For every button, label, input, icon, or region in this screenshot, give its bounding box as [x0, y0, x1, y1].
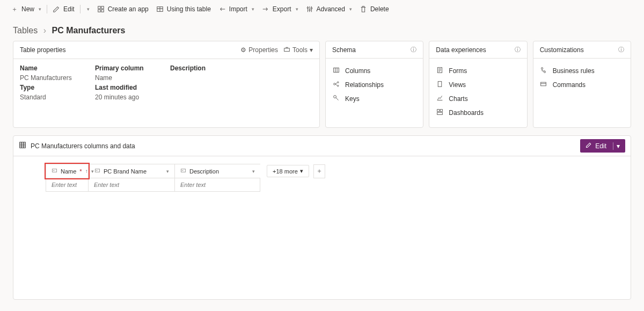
using-table-button[interactable]: Using this table: [153, 3, 214, 15]
description-input[interactable]: [175, 178, 260, 191]
more-columns-button[interactable]: +18 more ▾: [267, 165, 309, 177]
properties-button[interactable]: ⚙ Properties: [240, 46, 278, 54]
toolbox-icon: [283, 46, 290, 54]
primary-column-value: Name: [95, 74, 170, 82]
edit-split-chevron[interactable]: ▾: [613, 142, 620, 150]
card-title: Data experiences: [436, 46, 511, 54]
list-item-label: Commands: [553, 81, 586, 89]
name-label: Name: [20, 64, 95, 72]
primary-column-label: Primary column: [95, 64, 170, 72]
create-app-button[interactable]: Create an app: [94, 3, 152, 15]
list-item-label: Views: [449, 81, 466, 89]
svg-rect-16: [437, 110, 439, 112]
info-icon[interactable]: ⓘ: [411, 46, 416, 54]
add-column-button[interactable]: ＋: [313, 164, 325, 178]
svg-point-5: [307, 7, 308, 8]
key-icon: [332, 95, 340, 103]
plus-icon: ＋: [11, 5, 18, 13]
card-title: Schema: [332, 46, 407, 54]
commands-icon: [540, 81, 547, 89]
brand-input[interactable]: [89, 178, 174, 191]
svg-rect-0: [98, 6, 100, 9]
type-label: Type: [20, 84, 95, 91]
svg-rect-2: [98, 10, 100, 12]
schema-columns[interactable]: Columns: [332, 64, 416, 78]
tools-button[interactable]: Tools ▾: [283, 46, 313, 54]
svg-rect-22: [20, 142, 26, 148]
list-item-label: Charts: [449, 95, 467, 103]
trash-icon: [360, 5, 367, 13]
svg-point-6: [309, 10, 310, 11]
breadcrumb: Tables › PC Manufacturers: [0, 18, 644, 41]
more-columns-label: +18 more: [273, 168, 298, 175]
chevron-down-icon: ▾: [252, 169, 255, 174]
export-icon: [262, 5, 269, 13]
pencil-icon: [53, 5, 60, 13]
list-item-label: Relationships: [345, 81, 384, 89]
svg-point-10: [333, 83, 335, 85]
column-label: Description: [189, 168, 219, 175]
svg-rect-1: [101, 6, 104, 9]
delete-button[interactable]: Delete: [356, 3, 392, 15]
svg-point-20: [544, 71, 545, 73]
views-link[interactable]: Views: [436, 78, 520, 92]
info-icon[interactable]: ⓘ: [515, 46, 521, 54]
edit-chevron[interactable]: ▾: [83, 4, 93, 14]
pencil-icon: [586, 142, 592, 150]
commands-link[interactable]: Commands: [540, 78, 624, 92]
edit-label: Edit: [63, 5, 75, 13]
delete-label: Delete: [370, 5, 389, 13]
name-input[interactable]: [46, 178, 88, 191]
edit-grid-label: Edit: [595, 142, 606, 150]
svg-point-19: [541, 68, 543, 69]
new-button[interactable]: ＋ New ▾: [8, 3, 45, 15]
text-column-icon: [52, 168, 57, 175]
schema-relationships[interactable]: Relationships: [332, 78, 416, 92]
dashboards-link[interactable]: Dashboards: [436, 106, 520, 120]
import-icon: [218, 5, 226, 13]
svg-rect-9: [333, 68, 339, 72]
column-header-brand[interactable]: PC Brand Name ▾: [89, 164, 174, 178]
table-properties-card: Table properties ⚙ Properties Tools ▾ Na…: [13, 41, 320, 128]
edit-grid-button[interactable]: Edit ▾: [580, 139, 625, 153]
breadcrumb-root[interactable]: Tables: [13, 26, 38, 35]
text-column-icon: [94, 168, 100, 175]
using-table-label: Using this table: [167, 5, 211, 13]
svg-rect-17: [440, 110, 442, 112]
chart-icon: [436, 95, 443, 103]
chevron-down-icon: ▾: [296, 6, 298, 12]
name-input-cell: [46, 178, 89, 192]
plus-icon: ＋: [316, 167, 323, 176]
info-icon[interactable]: ⓘ: [618, 46, 624, 54]
dashboard-icon: [436, 109, 443, 117]
business-rules-link[interactable]: Business rules: [540, 64, 624, 78]
customizations-card: Customizations ⓘ Business rules Commands: [533, 41, 631, 128]
columns-icon: [332, 67, 340, 75]
properties-label: Properties: [248, 46, 278, 54]
svg-rect-3: [101, 10, 104, 12]
advanced-button[interactable]: Advanced ▾: [303, 3, 355, 15]
edit-button[interactable]: Edit: [49, 3, 78, 15]
svg-point-11: [337, 82, 338, 83]
gear-icon: ⚙: [240, 46, 246, 54]
chevron-down-icon: ▾: [166, 169, 169, 174]
chevron-down-icon: ▾: [300, 168, 303, 175]
svg-rect-18: [437, 112, 442, 114]
sort-asc-icon: ↑: [85, 168, 88, 174]
data-experiences-card: Data experiences ⓘ Forms Views Charts: [429, 41, 527, 128]
new-label: New: [21, 5, 34, 13]
column-header-description[interactable]: Description ▾: [174, 164, 260, 178]
chevron-down-icon: ▾: [39, 6, 41, 12]
schema-keys[interactable]: Keys: [332, 92, 416, 106]
list-item-label: Business rules: [553, 67, 595, 75]
svg-point-7: [311, 8, 312, 9]
import-button[interactable]: Import ▾: [215, 3, 258, 15]
chevron-down-icon: ▾: [87, 6, 90, 12]
forms-link[interactable]: Forms: [436, 64, 520, 78]
charts-link[interactable]: Charts: [436, 92, 520, 106]
description-input-cell: [174, 178, 260, 192]
chevron-down-icon: ▾: [310, 46, 313, 54]
app-icon: [97, 5, 105, 13]
export-button[interactable]: Export ▾: [259, 3, 302, 15]
column-header-name[interactable]: Name* ↑ ▾: [46, 164, 89, 178]
